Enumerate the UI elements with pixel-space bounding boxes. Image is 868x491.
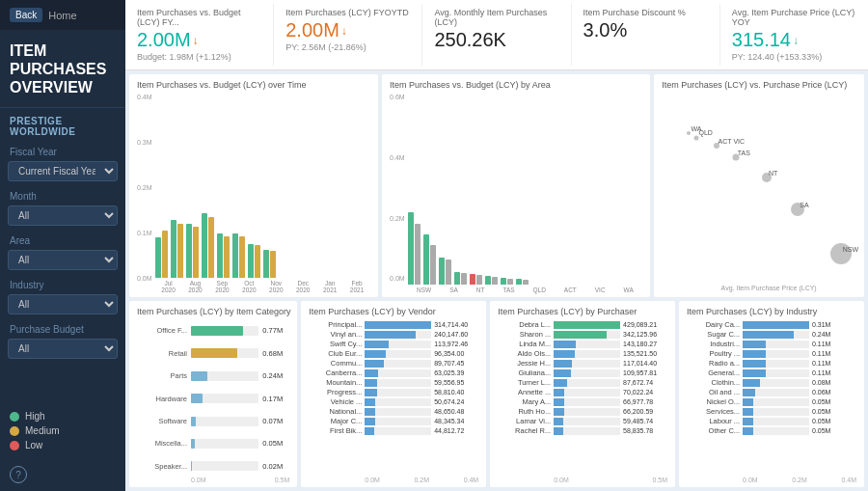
list-row: Giuliana...109,957.81	[498, 368, 667, 377]
charts-row-2: Item Purchases (LCY) by Item CategoryOff…	[129, 301, 864, 487]
bar-budget[interactable]	[461, 273, 467, 285]
hbar-row: Speaker...0.02M	[137, 461, 289, 471]
bar-group	[263, 250, 276, 278]
bar-actual[interactable]	[186, 224, 192, 278]
scatter-label: NT	[769, 170, 777, 177]
kpi-sub: PY: 2.56M (-21.86%)	[285, 42, 410, 52]
list-row: Debra L...429,089.21	[498, 320, 667, 329]
bar-actual[interactable]	[171, 220, 176, 278]
bar-budget[interactable]	[507, 279, 513, 286]
hbar-row: Parts0.24M	[137, 371, 289, 381]
bar-budget[interactable]	[415, 224, 420, 286]
bar-actual[interactable]	[516, 279, 522, 285]
chart-title: Item Purchases vs. Budget (LCY) over Tim…	[137, 80, 370, 90]
list-row: Progress...58,810.40	[309, 388, 478, 396]
hbar-row: Miscella...0.05M	[137, 439, 289, 449]
list-row: Club Eur...96,354.00	[309, 349, 478, 358]
bar-group	[155, 231, 168, 278]
bar-actual[interactable]	[232, 233, 238, 278]
list-row: Sharon ...342,125.96	[498, 330, 667, 339]
main-content: Item Purchases vs. Budget (LCY) FY...2.0…	[125, 0, 868, 491]
bar-actual[interactable]	[439, 258, 445, 286]
legend-item: Medium	[10, 425, 116, 436]
legend-dot	[10, 426, 19, 436]
list-row: Services...0.05M	[687, 407, 856, 416]
charts-row-1: Item Purchases vs. Budget (LCY) over Tim…	[129, 74, 864, 297]
list-row: Canberra...63,025.39	[309, 368, 478, 377]
list-row: National...48,650.48	[309, 407, 478, 416]
scatter-label: SA	[800, 202, 808, 208]
bar-actual[interactable]	[263, 250, 269, 278]
help-icon[interactable]: ?	[10, 466, 27, 483]
bar-group	[470, 274, 482, 285]
scatter-label: TAS	[738, 150, 750, 156]
kpi-card-4: Avg. Item Purchase Price (LCY) YOY315.14…	[720, 4, 868, 66]
bar-budget[interactable]	[162, 231, 168, 278]
bar-budget[interactable]	[523, 280, 529, 285]
bar-budget[interactable]	[476, 275, 482, 286]
bar-budget[interactable]	[224, 236, 230, 278]
chart-scatter: Item Purchases (LCY) vs. Purchase Price …	[654, 74, 864, 297]
chart-list-2: Item Purchases (LCY) by PurchaserDebra L…	[490, 301, 675, 487]
list-row: Linda M...143,180.27	[498, 340, 667, 348]
bar-actual[interactable]	[217, 233, 223, 278]
bar-group	[232, 233, 245, 278]
bar-group	[171, 220, 183, 278]
bar-group	[485, 276, 498, 285]
sidebar: Back Home ITEM PURCHASES OVERVIEW PRESTI…	[0, 0, 125, 491]
bar-budget[interactable]	[430, 245, 436, 285]
bar-actual[interactable]	[501, 278, 506, 286]
fiscal-year-select[interactable]: Current Fiscal Year	[8, 161, 118, 181]
bar-budget[interactable]	[492, 277, 498, 285]
list-row: Vehicle ...50,674.24	[309, 397, 478, 406]
sidebar-filters: Fiscal YearCurrent Fiscal YearMonthAllAr…	[0, 141, 125, 363]
bar-budget[interactable]	[446, 259, 451, 285]
bar-budget[interactable]	[239, 236, 245, 278]
bar-actual[interactable]	[470, 274, 475, 285]
kpi-label: Item Purchases (LCY) FYOYTD	[285, 8, 410, 17]
kpi-card-1: Item Purchases (LCY) FYOYTD2.00M↓PY: 2.5…	[274, 4, 422, 66]
list-row: Dairy Ca...0.31M	[687, 320, 856, 329]
back-button[interactable]: Back	[10, 8, 42, 22]
list-row: Swift Cy...113,972.46	[309, 340, 478, 348]
bar-budget[interactable]	[255, 245, 260, 278]
month-select[interactable]: All	[8, 205, 118, 226]
bar-group	[202, 213, 214, 278]
legend-dot	[10, 412, 19, 422]
chart-time-bar: Item Purchases vs. Budget (LCY) over Tim…	[129, 74, 378, 297]
bar-group	[516, 279, 529, 285]
list-row: Nickel O...0.05M	[687, 397, 856, 406]
bar-budget[interactable]	[270, 251, 276, 278]
bar-actual[interactable]	[202, 213, 207, 278]
bar-budget[interactable]	[177, 224, 183, 278]
filter-label-area-select: Area	[0, 230, 125, 248]
purchase-budget-select[interactable]: All	[8, 339, 118, 359]
list-row: Lamar Vi...59,485.74	[498, 417, 667, 425]
x-axis-label: Avg. Item Purchase Price (LCY)	[681, 285, 856, 291]
legend-item: Low	[10, 440, 116, 450]
list-row: Commu...89,707.45	[309, 359, 478, 368]
scatter-label: ACT VIC	[719, 138, 746, 145]
bar-actual[interactable]	[248, 244, 254, 278]
arrow-down-icon: ↓	[341, 24, 347, 38]
industry-select[interactable]: All	[8, 294, 118, 314]
kpi-sub: PY: 124.40 (+153.33%)	[732, 52, 856, 62]
bar-budget[interactable]	[208, 217, 214, 278]
bar-budget[interactable]	[193, 227, 199, 278]
legend-dot	[10, 441, 19, 450]
bar-actual[interactable]	[485, 276, 491, 285]
bar-group	[186, 224, 199, 278]
bar-actual[interactable]	[423, 234, 429, 286]
bar-actual[interactable]	[408, 212, 414, 285]
area-select[interactable]: All	[8, 250, 118, 270]
home-link[interactable]: Home	[48, 10, 76, 21]
legend-label: Low	[25, 440, 42, 450]
list-row: Clothin...0.08M	[687, 378, 856, 387]
filter-label-month-select: Month	[0, 185, 125, 204]
chart-title: Item Purchases (LCY) by Purchaser	[498, 307, 667, 316]
list-row: General...0.11M	[687, 368, 856, 377]
bar-actual[interactable]	[454, 272, 460, 286]
bar-actual[interactable]	[155, 237, 161, 278]
chart-list-3: Item Purchases (LCY) by IndustryDairy Ca…	[679, 301, 864, 487]
bar-group	[217, 233, 230, 278]
